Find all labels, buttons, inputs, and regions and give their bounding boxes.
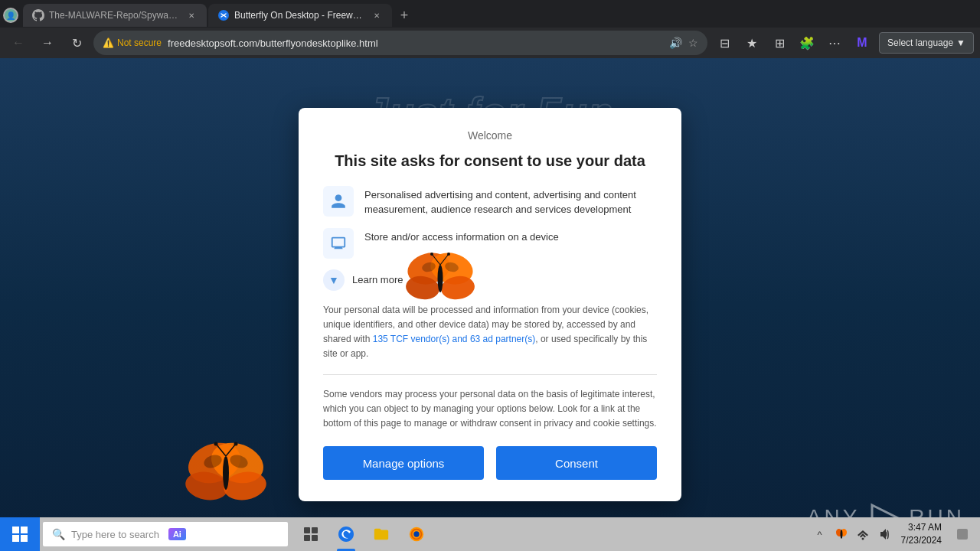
consent-item-2-text: Store and/or access information on a dev… <box>364 228 559 245</box>
svg-point-33 <box>413 531 419 536</box>
svg-rect-31 <box>312 535 318 541</box>
taskbar-apps <box>294 517 433 551</box>
search-placeholder-text: Type here to search <box>71 529 159 540</box>
taskbar-search[interactable]: 🔍 Type here to search Ai <box>43 522 288 546</box>
consent-body-text-2: Some vendors may process your personal d… <box>323 387 657 432</box>
svg-rect-38 <box>957 529 968 540</box>
new-tab-button[interactable]: + <box>394 5 415 26</box>
svg-point-20 <box>430 253 433 256</box>
modal-buttons: Manage options Consent <box>323 446 657 480</box>
clock-time: 3:47 AM <box>901 521 942 534</box>
consent-modal: Welcome This site asks for consent to us… <box>299 108 681 501</box>
back-button[interactable]: ← <box>6 31 31 55</box>
tab-bar: 👤 The-MALWARE-Repo/Spyware/b... ✕ Butter… <box>0 0 980 28</box>
tab-butterfly[interactable]: Butterfly On Desktop - Freeware... ✕ <box>208 4 392 27</box>
notification-button[interactable] <box>951 517 974 551</box>
tab-github[interactable]: The-MALWARE-Repo/Spyware/b... ✕ <box>23 4 207 27</box>
svg-point-22 <box>447 253 450 256</box>
network-status-icon <box>857 528 869 540</box>
tab1-title: The-MALWARE-Repo/Spyware/b... <box>49 10 181 21</box>
consent-item-1: Personalised advertising and content, ad… <box>323 186 657 217</box>
edge-icon <box>337 525 355 543</box>
select-language-button[interactable]: Select language ▼ <box>879 32 974 54</box>
favorites-button[interactable]: ★ <box>740 31 764 55</box>
tray-overflow-button[interactable]: ^ <box>812 527 828 542</box>
tray-butterfly-icon <box>834 527 849 542</box>
svg-rect-29 <box>312 527 318 533</box>
consent-item-1-text: Personalised advertising and content, ad… <box>364 186 657 217</box>
firefox-icon <box>408 526 425 543</box>
tab2-title: Butterfly On Desktop - Freeware... <box>234 10 366 21</box>
svg-rect-28 <box>304 527 310 533</box>
copilot-button[interactable]: M <box>850 31 874 55</box>
svg-rect-24 <box>12 527 19 533</box>
extensions-button[interactable]: 🧩 <box>795 31 819 55</box>
person-icon <box>323 186 354 217</box>
svg-rect-30 <box>304 535 310 541</box>
notification-icon <box>957 529 968 540</box>
divider <box>323 374 657 375</box>
svg-rect-27 <box>21 535 28 542</box>
tab2-close-btn[interactable]: ✕ <box>371 9 383 21</box>
search-icon: 🔍 <box>52 528 65 540</box>
start-button[interactable] <box>0 517 40 551</box>
taskbar: 🔍 Type here to search Ai <box>0 517 980 551</box>
settings-button[interactable]: ⋯ <box>822 31 847 55</box>
windows-icon <box>12 527 28 542</box>
learn-more-label: Learn more <box>352 274 403 285</box>
modal-welcome-label: Welcome <box>323 129 657 142</box>
tray-butterfly-small-icon <box>835 528 848 540</box>
browser-chrome: 👤 The-MALWARE-Repo/Spyware/b... ✕ Butter… <box>0 0 980 58</box>
consent-button[interactable]: Consent <box>496 446 657 480</box>
profile-avatar[interactable]: 👤 <box>3 8 18 23</box>
modal-overlay: Welcome This site asks for consent to us… <box>0 58 980 551</box>
svg-rect-25 <box>21 527 28 533</box>
network-icon[interactable] <box>855 527 871 542</box>
volume-status-icon <box>878 528 890 540</box>
collections-button[interactable]: ⊞ <box>767 31 792 55</box>
refresh-button[interactable]: ↻ <box>64 31 89 55</box>
read-aloud-icon[interactable]: 🔊 <box>669 37 682 49</box>
butterfly-decoration-center <box>406 249 475 303</box>
svg-rect-26 <box>12 535 19 542</box>
chevron-down-icon: ▼ <box>323 269 345 291</box>
learn-more-row[interactable]: ▼ Learn more <box>323 269 657 291</box>
volume-icon[interactable] <box>877 527 892 542</box>
tab1-close-btn[interactable]: ✕ <box>185 9 198 21</box>
consent-body-text-1: Your personal data will be processed and… <box>323 303 657 362</box>
address-bar[interactable]: ⚠️ Not secure freedesktopsoft.com/butter… <box>93 31 707 55</box>
security-warning: ⚠️ Not secure <box>103 37 162 48</box>
toolbar-icons: ⊟ ★ ⊞ 🧩 ⋯ M <box>712 31 874 55</box>
url-text: freedesktopsoft.com/butterflyondesktopli… <box>168 37 663 49</box>
taskbar-right: ^ <box>812 517 980 551</box>
forward-button[interactable]: → <box>35 31 60 55</box>
svg-point-37 <box>861 538 864 540</box>
vendor-link[interactable]: 135 TCF vendor(s) and 63 ad partner(s) <box>373 334 536 344</box>
page-content: Just for Fun Welcome This site asks for … <box>0 58 980 551</box>
svg-point-18 <box>438 265 443 292</box>
clock-date: 7/23/2024 <box>901 534 942 547</box>
consent-item-2: Store and/or access information on a dev… <box>323 228 657 259</box>
manage-options-button[interactable]: Manage options <box>323 446 484 480</box>
modal-title: This site asks for consent to use your d… <box>323 151 657 171</box>
svg-point-36 <box>840 530 842 539</box>
task-view-icon <box>303 527 318 542</box>
system-tray: ^ <box>812 527 892 542</box>
file-explorer-button[interactable] <box>364 517 398 551</box>
butterfly-favicon <box>217 9 230 21</box>
monitor-icon <box>323 228 354 259</box>
github-favicon <box>32 9 44 21</box>
task-view-button[interactable] <box>294 517 328 551</box>
bookmark-icon[interactable]: ☆ <box>688 37 698 49</box>
edge-taskbar-button[interactable] <box>329 517 363 551</box>
firefox-taskbar-button[interactable] <box>400 517 433 551</box>
system-clock[interactable]: 3:47 AM 7/23/2024 <box>895 521 948 547</box>
split-screen-button[interactable]: ⊟ <box>712 31 737 55</box>
file-explorer-icon <box>373 526 390 543</box>
ai-badge: Ai <box>168 528 186 540</box>
address-bar-row: ← → ↻ ⚠️ Not secure freedesktopsoft.com/… <box>0 28 980 58</box>
